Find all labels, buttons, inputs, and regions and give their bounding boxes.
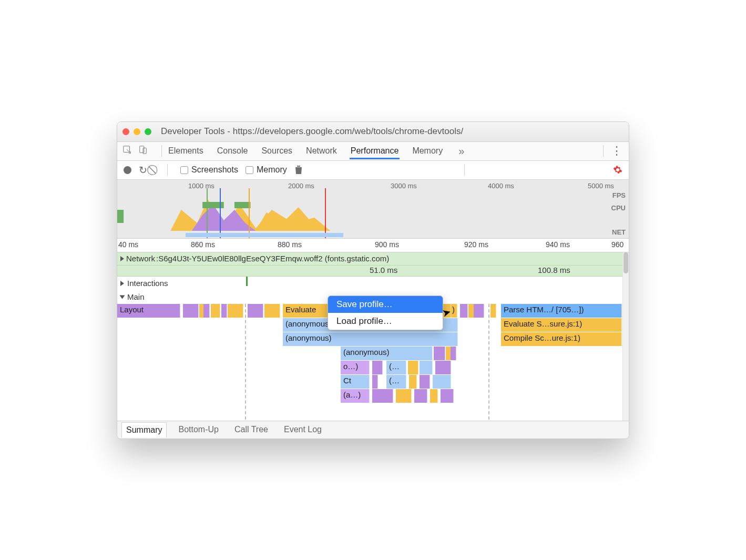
flame-entry[interactable] [460, 304, 468, 318]
flame-entry[interactable] [396, 389, 412, 403]
vertical-scrollbar[interactable] [622, 252, 629, 421]
settings-menu-icon[interactable]: ⋮ [609, 144, 624, 158]
ctx-save-profile[interactable]: Save profile… [328, 296, 443, 313]
titlebar: Developer Tools - https://developers.goo… [117, 122, 629, 142]
overview-tick: 3000 ms [391, 182, 417, 190]
ruler-tick: 920 ms [464, 240, 488, 249]
network-request: :S6g4U3t-Y5UEw0lE80llgEseQY3FEmqw.woff2 … [156, 254, 389, 263]
tab-network[interactable]: Network [305, 143, 338, 159]
ruler-tick: 860 ms [191, 240, 215, 249]
expand-icon[interactable] [120, 281, 124, 286]
timeline-ruler[interactable]: 40 ms 860 ms 880 ms 900 ms 920 ms 940 ms… [117, 239, 629, 252]
bottom-tab-calltree[interactable]: Call Tree [230, 422, 272, 437]
network-track[interactable]: Network :S6g4U3t-Y5UEw0lE80llgEseQY3FEmq… [117, 252, 629, 265]
flame-entry[interactable] [372, 361, 383, 374]
screenshots-checkbox[interactable]: Screenshots [180, 165, 238, 175]
overview-marker [207, 188, 208, 238]
minimize-window-icon[interactable] [134, 128, 140, 135]
flame-entry[interactable] [372, 389, 393, 403]
tab-memory[interactable]: Memory [411, 143, 444, 159]
flame-entry[interactable] [434, 347, 445, 360]
range-boundary [488, 304, 489, 420]
overview-tick: 1000 ms [188, 182, 214, 190]
bottom-tab-summary[interactable]: Summary [121, 422, 167, 437]
bottom-tab-bottomup[interactable]: Bottom-Up [174, 422, 222, 437]
flame-entry[interactable] [409, 375, 417, 389]
reload-record-icon[interactable]: ↻ [139, 164, 147, 176]
flame-entry[interactable] [203, 304, 210, 318]
tab-sources[interactable]: Sources [260, 143, 293, 159]
tabs-overflow-icon[interactable]: » [455, 145, 467, 157]
overview-marker [249, 188, 250, 238]
flame-entry[interactable] [474, 304, 484, 318]
interactions-track[interactable]: Interactions [117, 277, 629, 290]
maximize-window-icon[interactable] [145, 128, 151, 135]
overview-tick: 2000 ms [288, 182, 314, 190]
close-window-icon[interactable] [122, 128, 129, 135]
flame-entry[interactable] [408, 361, 418, 374]
tab-performance[interactable]: Performance [350, 143, 400, 159]
ruler-tick: 40 ms [118, 240, 138, 249]
flame-entry[interactable] [430, 389, 438, 403]
flame-entry[interactable] [433, 375, 451, 389]
frames-track[interactable]: 51.0 ms 100.8 ms [117, 265, 629, 277]
svg-rect-3 [117, 210, 124, 223]
separator [603, 145, 604, 157]
tab-console[interactable]: Console [216, 143, 249, 159]
ruler-tick: 900 ms [375, 240, 399, 249]
collapse-icon[interactable] [120, 295, 125, 299]
tab-elements[interactable]: Elements [167, 143, 205, 159]
flame-entry-evaluate-script[interactable]: Evaluate S…sure.js:1) [501, 318, 622, 332]
capture-settings-gear-icon[interactable] [613, 165, 622, 175]
flame-entry[interactable]: Ct [341, 375, 370, 389]
overview-pane[interactable]: 1000 ms 2000 ms 3000 ms 4000 ms 5000 ms … [117, 180, 629, 239]
inspect-element-icon[interactable] [122, 145, 132, 157]
bottom-tab-eventlog[interactable]: Event Log [280, 422, 326, 437]
record-button-icon[interactable] [124, 166, 131, 174]
details-tabbar: Summary Bottom-Up Call Tree Event Log [117, 421, 629, 439]
flame-entry-anonymous[interactable]: (anonymous) [283, 332, 458, 346]
flame-entry[interactable]: (… [386, 361, 406, 374]
performance-toolbar: ↻ ⃠ Screenshots Memory [117, 161, 629, 180]
frame-duration: 51.0 ms [370, 266, 397, 274]
separator [167, 164, 168, 176]
flame-entry[interactable] [441, 389, 454, 403]
memory-checkbox[interactable]: Memory [246, 165, 287, 175]
flame-entry[interactable] [221, 304, 227, 318]
devtools-window: Developer Tools - https://developers.goo… [117, 121, 629, 439]
device-toolbar-icon[interactable] [138, 145, 148, 157]
flamechart-area[interactable]: Network :S6g4U3t-Y5UEw0lE80llgEseQY3FEmq… [117, 252, 629, 421]
separator [464, 164, 465, 176]
flame-entry-layout[interactable]: Layout [117, 304, 180, 318]
overview-marker [220, 188, 221, 238]
flame-entry[interactable] [420, 361, 433, 374]
overview-cpu-graph [117, 194, 629, 231]
flame-entry[interactable] [264, 304, 280, 318]
ctx-load-profile[interactable]: Load profile… [328, 313, 443, 330]
flame-entry[interactable] [435, 361, 451, 374]
flame-entry[interactable] [211, 304, 220, 318]
flame-entry-parse-html[interactable]: Parse HTM…/ [705…]) [501, 304, 622, 318]
scrollbar-thumb[interactable] [624, 252, 628, 273]
expand-icon[interactable] [120, 256, 124, 261]
flame-entry[interactable] [420, 375, 430, 389]
overview-net-bar [186, 233, 343, 237]
flame-entry[interactable] [414, 389, 427, 403]
context-menu: Save profile… Load profile… [328, 296, 443, 330]
flame-entry[interactable]: (… [386, 375, 406, 389]
flame-entry[interactable] [451, 347, 456, 360]
ruler-tick: 960 [611, 240, 624, 249]
flame-entry[interactable]: (a…) [341, 389, 370, 403]
garbage-collect-icon[interactable] [294, 165, 303, 175]
flame-entry-compile-script[interactable]: Compile Sc…ure.js:1) [501, 332, 622, 346]
main-label: Main [127, 292, 145, 301]
flame-entry[interactable] [490, 304, 496, 318]
ruler-tick: 880 ms [278, 240, 302, 249]
flame-entry[interactable] [183, 304, 199, 318]
flame-entry[interactable]: o…) [341, 361, 370, 374]
flame-entry[interactable] [228, 304, 243, 318]
flame-entry-anonymous[interactable]: (anonymous) [341, 347, 433, 360]
flame-entry[interactable] [248, 304, 263, 318]
flame-entry[interactable] [372, 375, 378, 389]
panel-tabs: Elements Console Sources Network Perform… [167, 143, 598, 159]
